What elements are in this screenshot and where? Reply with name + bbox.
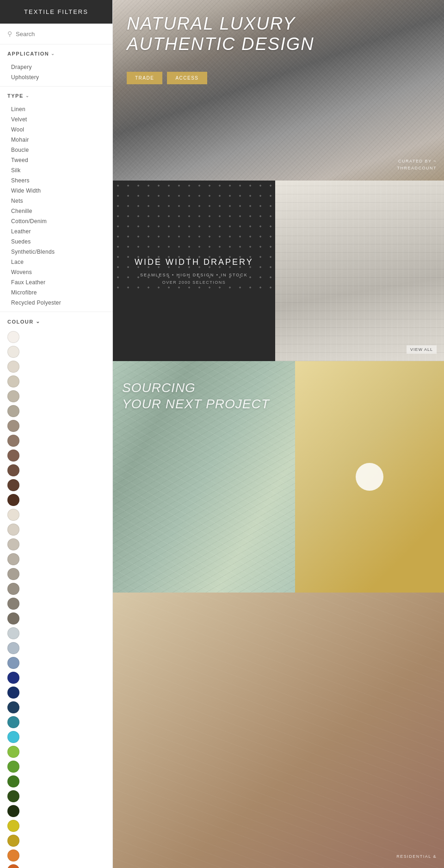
colour-swatch-31[interactable] <box>7 790 19 802</box>
view-all-badge[interactable]: VIEW ALL <box>407 345 437 354</box>
colour-swatch-20[interactable] <box>7 627 19 639</box>
drapery-title: WIDE WIDTH DRAPERY <box>135 257 253 267</box>
filter-item-boucle[interactable]: Boucle <box>7 145 105 155</box>
sidebar: Textile Filters ⚲ APPLICATION ⌄ Drapery … <box>0 0 113 868</box>
filter-item-silk[interactable]: Silk <box>7 165 105 175</box>
colour-swatch-4[interactable] <box>7 390 19 402</box>
search-input[interactable] <box>16 31 105 37</box>
search-container: ⚲ <box>0 24 112 44</box>
colour-swatch-17[interactable] <box>7 583 19 595</box>
drapery-count: OVER 2000 SELECTIONS <box>162 280 226 285</box>
filter-item-chenille[interactable]: Chenille <box>7 206 105 216</box>
colour-chevron-icon: ⌄ <box>36 318 41 325</box>
colour-swatch-33[interactable] <box>7 820 19 832</box>
project-right-panel <box>295 361 444 593</box>
filter-item-faux-leather[interactable]: Faux Leather <box>7 277 105 287</box>
access-button[interactable]: ACCESS <box>167 72 207 84</box>
colour-swatch-9[interactable] <box>7 464 19 476</box>
bottom-bg-texture <box>113 593 444 868</box>
colour-swatch-16[interactable] <box>7 568 19 580</box>
colour-swatch-13[interactable] <box>7 524 19 536</box>
filter-item-upholstery[interactable]: Upholstery <box>7 72 105 82</box>
filter-item-cotton-denim[interactable]: Cotton/Denim <box>7 216 105 226</box>
filter-item-synthetic-blends[interactable]: Synthetic/Blends <box>7 247 105 257</box>
filter-item-lace[interactable]: Lace <box>7 257 105 267</box>
filter-item-velvet[interactable]: Velvet <box>7 114 105 125</box>
filter-item-suedes[interactable]: Suedes <box>7 237 105 247</box>
colour-swatch-6[interactable] <box>7 420 19 432</box>
drapery-tagline1: SEAMLESS • HIGH DESIGN • IN STOCK <box>140 273 248 277</box>
colour-swatch-25[interactable] <box>7 701 19 713</box>
colour-swatch-3[interactable] <box>7 375 19 387</box>
project-line1: SOURCING <box>122 381 196 395</box>
colour-swatch-14[interactable] <box>7 538 19 550</box>
drapery-banner: WIDE WIDTH DRAPERY SEAMLESS • HIGH DESIG… <box>113 181 444 361</box>
hero-buttons: TRADE ACCESS <box>127 72 207 84</box>
filter-item-wool[interactable]: Wool <box>7 125 105 135</box>
colour-swatch-11[interactable] <box>7 494 19 506</box>
hero-line2: AUTHENTIC DESIGN <box>127 34 314 54</box>
bottom-banner: RESIDENTIAL & <box>113 593 444 868</box>
colour-swatch-21[interactable] <box>7 642 19 654</box>
filter-item-tweed[interactable]: Tweed <box>7 155 105 165</box>
colour-swatch-15[interactable] <box>7 553 19 565</box>
colour-swatch-36[interactable] <box>7 864 19 868</box>
colour-swatch-19[interactable] <box>7 612 19 624</box>
application-filter-title[interactable]: APPLICATION ⌄ <box>7 51 105 56</box>
main-content: NATURAL LUXURY AUTHENTIC DESIGN TRADE AC… <box>113 0 444 868</box>
colour-swatch-0[interactable] <box>7 331 19 343</box>
filter-item-wovens[interactable]: Wovens <box>7 267 105 277</box>
filter-item-leather[interactable]: Leather <box>7 226 105 237</box>
project-left-panel: SOURCING YOUR NEXT PROJECT <box>113 361 295 593</box>
project-line2: YOUR NEXT PROJECT <box>122 397 270 411</box>
filter-item-drapery[interactable]: Drapery <box>7 62 105 72</box>
colour-swatch-28[interactable] <box>7 746 19 758</box>
colour-swatch-23[interactable] <box>7 672 19 684</box>
project-bg: SOURCING YOUR NEXT PROJECT <box>113 361 444 593</box>
colour-swatch-2[interactable] <box>7 361 19 373</box>
hero-banner-1: NATURAL LUXURY AUTHENTIC DESIGN TRADE AC… <box>113 0 444 181</box>
filter-item-recycled-polyester[interactable]: Recycled Polyester <box>7 298 105 308</box>
colour-swatch-32[interactable] <box>7 805 19 817</box>
colour-swatch-8[interactable] <box>7 450 19 462</box>
colour-swatch-27[interactable] <box>7 731 19 743</box>
colour-swatch-5[interactable] <box>7 405 19 417</box>
colour-swatch-22[interactable] <box>7 657 19 669</box>
type-filter-title[interactable]: TYPE ⌄ <box>7 93 105 99</box>
project-banner: SOURCING YOUR NEXT PROJECT <box>113 361 444 593</box>
type-chevron-icon: ⌄ <box>25 94 30 98</box>
drapery-right-panel: VIEW ALL <box>275 181 444 361</box>
hero-line1: NATURAL LUXURY <box>127 14 296 33</box>
filter-item-nets[interactable]: Nets <box>7 196 105 206</box>
colour-swatch-30[interactable] <box>7 775 19 787</box>
colour-filter-title[interactable]: COLOUR ⌄ <box>7 318 105 325</box>
filter-item-sheers[interactable]: Sheers <box>7 175 105 186</box>
drapery-fabric-texture <box>275 181 444 361</box>
colour-swatch-1[interactable] <box>7 346 19 358</box>
type-section: TYPE ⌄ LinenVelvetWoolMohairBoucleTweedS… <box>0 87 112 312</box>
search-icon: ⚲ <box>7 30 12 37</box>
colour-swatches <box>7 331 105 868</box>
colour-swatch-26[interactable] <box>7 716 19 728</box>
filter-item-microfibre[interactable]: Microfibre <box>7 287 105 298</box>
colour-swatch-7[interactable] <box>7 435 19 447</box>
colour-section: COLOUR ⌄ <box>0 312 112 868</box>
hero-text-1: NATURAL LUXURY AUTHENTIC DESIGN <box>127 14 314 54</box>
colour-swatch-10[interactable] <box>7 479 19 491</box>
filter-item-linen[interactable]: Linen <box>7 104 105 114</box>
colour-swatch-12[interactable] <box>7 509 19 521</box>
colour-swatch-35[interactable] <box>7 849 19 862</box>
filter-item-mohair[interactable]: Mohair <box>7 135 105 145</box>
application-chevron-icon: ⌄ <box>51 51 56 56</box>
drapery-left-panel: WIDE WIDTH DRAPERY SEAMLESS • HIGH DESIG… <box>113 181 275 361</box>
sidebar-title: Textile Filters <box>0 0 112 24</box>
application-section: APPLICATION ⌄ Drapery Upholstery <box>0 44 112 87</box>
project-text: SOURCING YOUR NEXT PROJECT <box>122 380 270 412</box>
colour-swatch-24[interactable] <box>7 687 19 699</box>
filter-item-wide-width[interactable]: Wide Width <box>7 186 105 196</box>
trade-button[interactable]: TRADE <box>127 72 162 84</box>
colour-swatch-34[interactable] <box>7 835 19 847</box>
residential-label: RESIDENTIAL & <box>396 854 437 859</box>
colour-swatch-29[interactable] <box>7 761 19 773</box>
colour-swatch-18[interactable] <box>7 598 19 610</box>
